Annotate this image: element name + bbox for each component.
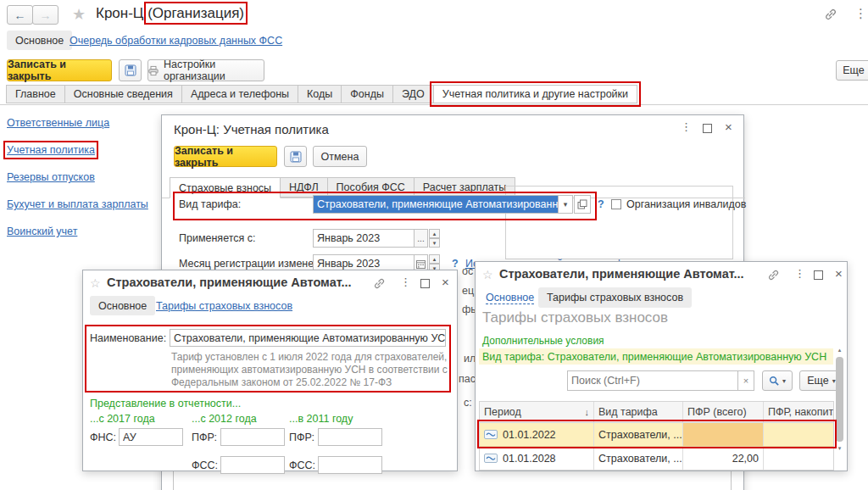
main-tab-strip: Главное Основные сведения Адреса и телеф… [0, 85, 868, 105]
reporting-header: Представление в отчетности... [90, 398, 241, 409]
printer-icon [148, 65, 159, 76]
card-close-icon[interactable]: × [442, 276, 449, 288]
copy-link-icon[interactable] [373, 277, 386, 292]
copy-link-icon[interactable] [767, 269, 780, 284]
save-close-button[interactable]: Записать и закрыть [7, 59, 112, 81]
calendar-icon [416, 259, 426, 269]
reg-month-label: Месяц регистрации изменений: [179, 258, 335, 270]
favorite-star-icon[interactable]: ★ [72, 5, 86, 24]
sidebar-item-bukhuchet[interactable]: Бухучет и выплата зарплаты [7, 198, 148, 210]
policy-kebab-icon[interactable]: ⋮ [681, 121, 692, 132]
column-header-period[interactable]: Период↓ [480, 402, 594, 422]
policy-cancel-button[interactable]: Отмена [313, 146, 367, 167]
tab-kody[interactable]: Коды [298, 85, 342, 103]
nav-tab-main[interactable]: Основное [7, 31, 72, 50]
card-kebab-icon[interactable]: ⋮ [400, 276, 411, 287]
spin-up-icon[interactable]: ▴ [429, 229, 440, 238]
list-tab-tariffs[interactable]: Тарифы страховых взносов [538, 287, 692, 308]
list-maximize-icon[interactable] [814, 270, 823, 280]
list-tab-main-link[interactable]: Основное [486, 292, 534, 304]
tariff-kind-field[interactable]: Страхователи, применяющие Автоматизирова… [313, 195, 559, 214]
forward-icon: → [40, 8, 52, 22]
reg-month-help-icon[interactable]: ? [452, 258, 459, 270]
pfr-2011-input[interactable] [318, 428, 382, 446]
title-highlighted-part: (Организация) [147, 5, 244, 21]
tariff-list-title: Страхователи, применяющие Автомат... [499, 267, 744, 281]
org-settings-button[interactable]: Настройки организации [147, 59, 264, 81]
nav-link-fss-queue[interactable]: Очередь обработки кадровых данных ФСС [70, 35, 282, 47]
scroll-up-icon[interactable]: ▴ [834, 345, 845, 355]
fns-label: ФНС: [90, 432, 116, 443]
name-label: Наименование: [90, 332, 166, 344]
col-header-2012: ...с 2012 года [192, 413, 257, 425]
card-tab-main[interactable]: Основное [90, 296, 155, 315]
policy-close-icon[interactable]: × [725, 120, 732, 133]
more-button-top[interactable]: Еще [836, 60, 868, 81]
forward-button[interactable]: → [32, 5, 58, 25]
tariff-kind-label: Вид тарифа: [179, 198, 241, 210]
spin-up-icon[interactable]: ▴ [429, 254, 440, 264]
application-window: ← → ★ Крон-Ц (Организация) ⋮ Основное Оч… [0, 0, 868, 490]
policy-maximize-icon[interactable] [703, 124, 712, 133]
table-row[interactable]: 01.01.2022 Страхователи, ... [480, 423, 833, 447]
policy-save-button[interactable] [284, 146, 307, 167]
tab-fondy[interactable]: Фонды [341, 85, 393, 103]
favorite-star-icon[interactable]: ☆ [90, 276, 101, 290]
card-maximize-icon[interactable] [420, 279, 430, 288]
fns-input[interactable] [119, 428, 183, 446]
tab-osnovnye-svedeniya[interactable]: Основные сведения [64, 85, 182, 103]
column-header-pfr-acc[interactable]: ПФР, накопит. ч [764, 402, 833, 422]
invalid-org-label: Организация инвалидов [626, 198, 746, 210]
list-kebab-icon[interactable]: ⋮ [794, 268, 805, 279]
tariff-help-icon[interactable]: ? [598, 198, 604, 210]
page-title: Крон-Ц (Организация) [96, 5, 244, 22]
scrollbar-thumb[interactable] [836, 357, 843, 442]
favorite-star-icon[interactable]: ☆ [482, 268, 493, 281]
spin-down-icon[interactable]: ▾ [429, 238, 440, 248]
pfr-2012-label: ПФР: [192, 432, 217, 443]
policy-dialog-title: Крон-Ц: Учетная политика [174, 122, 329, 136]
tab-uchetnaya-politika[interactable]: Учетная политика и другие настройки [433, 85, 637, 103]
search-clear-button[interactable]: × [737, 370, 754, 391]
sidebar-item-voinskiy-uchet[interactable]: Воинский учет [7, 226, 77, 237]
col-header-2017: ...с 2017 года [90, 413, 155, 425]
vertical-scrollbar[interactable]: ▴ ▾ [834, 345, 845, 467]
fss-2012-input[interactable] [220, 456, 285, 474]
table-row[interactable]: 01.01.2028 Страхователи, ... 22,00 [480, 447, 833, 470]
search-input[interactable] [567, 370, 738, 391]
search-button[interactable]: ▾ [762, 370, 793, 391]
tab-glavnoe[interactable]: Главное [6, 85, 65, 103]
column-header-pfr-total[interactable]: ПФР (всего) [683, 402, 764, 422]
copy-link-icon[interactable] [824, 8, 837, 24]
sidebar-item-uchetnaya-politika[interactable]: Учетная политика [7, 144, 95, 156]
floppy-icon [125, 64, 136, 76]
column-header-kind[interactable]: Вид тарифа [594, 402, 683, 422]
save-button[interactable] [119, 59, 142, 81]
applied-from-spinner[interactable]: ▴ ▾ [429, 229, 440, 248]
name-field[interactable]: Страхователи, применяющие Автоматизирова… [170, 329, 446, 347]
pfr-total-cell [683, 423, 764, 446]
fss-2011-input[interactable] [318, 456, 382, 474]
applied-from-field[interactable]: Январь 2023 [313, 229, 415, 248]
invalid-org-checkbox[interactable] [611, 199, 621, 209]
more-menu-icon[interactable]: ⋮ [854, 7, 867, 19]
tariff-list-window: ☆ Страхователи, применяющие Автомат... ⋮… [475, 261, 848, 471]
back-button[interactable]: ← [7, 5, 33, 25]
tab-adresa-telefony[interactable]: Адреса и телефоны [181, 85, 298, 103]
sidebar-item-rezervy-otpuskov[interactable]: Резервы отпусков [7, 171, 95, 183]
sidebar-item-otvetstvennye-litsa[interactable]: Ответственные лица [7, 117, 109, 129]
list-close-icon[interactable]: × [835, 267, 843, 280]
policy-save-close-button[interactable]: Записать и закрыть [174, 146, 277, 167]
card-tab-tariffs-link[interactable]: Тарифы страховых взносов [156, 300, 292, 312]
pfr-2012-input[interactable] [220, 428, 285, 446]
obscured-text-fragment: ец [462, 285, 474, 297]
floppy-icon [290, 151, 302, 163]
tariff-card-window: ☆ Страхователи, применяющие Автомат... ⋮… [82, 270, 458, 471]
tariff-description: Тариф установлен с 1 июля 2022 года для … [171, 351, 451, 389]
window-edge-line [731, 471, 732, 490]
tab-edo[interactable]: ЭДО [392, 85, 434, 103]
scroll-down-icon[interactable]: ▾ [834, 443, 845, 454]
applied-from-pick-button[interactable]: ... [414, 229, 428, 248]
policy-tab-strahovye-vznosy[interactable]: Страховые взносы [170, 177, 281, 198]
filter-bar: Вид тарифа: Страхователи, применяющие Ав… [479, 348, 833, 365]
